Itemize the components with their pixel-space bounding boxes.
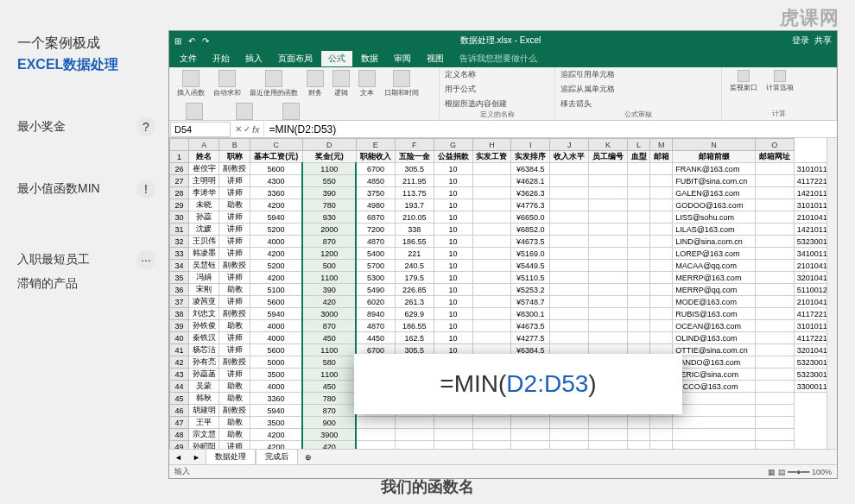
- cell[interactable]: [472, 175, 511, 187]
- cell[interactable]: 6700: [356, 163, 395, 175]
- cell[interactable]: [650, 175, 673, 187]
- row-header[interactable]: 30: [170, 211, 189, 224]
- cell[interactable]: [550, 187, 589, 199]
- cell[interactable]: 10: [434, 248, 472, 260]
- cell[interactable]: 5600: [250, 344, 302, 356]
- cell[interactable]: [628, 308, 650, 320]
- row-header[interactable]: 33: [170, 248, 189, 260]
- cell[interactable]: RUBIS@163.com: [673, 308, 756, 320]
- cell[interactable]: GALEN@163.com: [673, 187, 756, 199]
- row-header[interactable]: 28: [170, 187, 189, 199]
- cell[interactable]: 390: [302, 187, 356, 199]
- cell[interactable]: 4870: [356, 236, 395, 248]
- cell[interactable]: 助教: [219, 320, 250, 332]
- cell[interactable]: [755, 163, 794, 175]
- header-cell[interactable]: 公益捐款: [434, 151, 472, 163]
- cell[interactable]: 3360: [250, 187, 302, 199]
- row-header[interactable]: 43: [170, 369, 189, 381]
- cell[interactable]: ¥8300.1: [511, 308, 550, 320]
- cell[interactable]: 5400: [356, 248, 395, 260]
- cell[interactable]: [589, 224, 628, 236]
- row-header[interactable]: 34: [170, 260, 189, 272]
- vertical-scrollbar[interactable]: [826, 138, 837, 449]
- cell[interactable]: [472, 417, 511, 429]
- header-cell[interactable]: 邮箱: [650, 151, 673, 163]
- cell[interactable]: 900: [302, 417, 356, 429]
- cell[interactable]: [472, 248, 511, 260]
- cell[interactable]: 刘忠文: [189, 308, 219, 320]
- cell[interactable]: 6020: [356, 296, 395, 308]
- login-button[interactable]: 登录: [792, 35, 809, 47]
- cell[interactable]: 113.75: [395, 187, 434, 199]
- cell[interactable]: [650, 187, 673, 199]
- cell[interactable]: ¥3626.3: [511, 187, 550, 199]
- cell[interactable]: 孙铁俊: [189, 320, 219, 332]
- cell[interactable]: 讲师: [219, 175, 250, 187]
- cell[interactable]: [755, 381, 794, 393]
- column-header[interactable]: O: [755, 139, 794, 151]
- cell[interactable]: ¥5748.7: [511, 296, 550, 308]
- column-header[interactable]: L: [628, 139, 650, 151]
- column-header[interactable]: D: [302, 139, 356, 151]
- tab-file[interactable]: 文件: [173, 51, 204, 66]
- header-cell[interactable]: 基本工资(元): [250, 151, 302, 163]
- cell[interactable]: 6870: [356, 211, 395, 224]
- cell[interactable]: 4000: [250, 236, 302, 248]
- cell[interactable]: 副教授: [219, 308, 250, 320]
- cell[interactable]: [628, 417, 650, 429]
- cell[interactable]: [650, 248, 673, 260]
- cell[interactable]: 4980: [356, 199, 395, 211]
- tab-nav-prev[interactable]: ◄: [169, 453, 187, 462]
- cell[interactable]: [356, 441, 395, 450]
- cell[interactable]: MODE@163.com: [673, 296, 756, 308]
- cell[interactable]: [755, 405, 794, 417]
- cell[interactable]: 210.05: [395, 211, 434, 224]
- watch-window-button[interactable]: 监视窗口: [727, 69, 760, 93]
- cell[interactable]: ¥5253.2: [511, 284, 550, 296]
- cell[interactable]: [472, 308, 511, 320]
- cell[interactable]: 讲师: [219, 211, 250, 224]
- cell[interactable]: [356, 429, 395, 441]
- header-cell[interactable]: 血型: [628, 151, 650, 163]
- row-header[interactable]: 38: [170, 308, 189, 320]
- cell[interactable]: [673, 417, 756, 429]
- row-header[interactable]: 41: [170, 344, 189, 356]
- cell[interactable]: 胡建明: [189, 405, 219, 417]
- cell[interactable]: 5600: [250, 163, 302, 175]
- cell[interactable]: 副教授: [219, 260, 250, 272]
- cell[interactable]: 4000: [250, 381, 302, 393]
- cell[interactable]: 李涛华: [189, 187, 219, 199]
- row-header[interactable]: 49: [170, 441, 189, 450]
- tab-home[interactable]: 开始: [206, 51, 237, 66]
- cell[interactable]: [589, 308, 628, 320]
- cell[interactable]: 4200: [250, 248, 302, 260]
- cell[interactable]: 221: [395, 248, 434, 260]
- cell[interactable]: [650, 429, 673, 441]
- cell[interactable]: 杨芯洁: [189, 344, 219, 356]
- new-sheet-button[interactable]: ⊕: [298, 453, 319, 462]
- cell[interactable]: [550, 248, 589, 260]
- cell[interactable]: [589, 296, 628, 308]
- cell[interactable]: [550, 429, 589, 441]
- cell[interactable]: PERIC@sina.com: [673, 369, 756, 381]
- row-header[interactable]: 39: [170, 320, 189, 332]
- cell[interactable]: FUBIT@sina.com.cn: [673, 175, 756, 187]
- cell[interactable]: [589, 429, 628, 441]
- autosum-button[interactable]: 自动求和: [211, 69, 244, 98]
- cell[interactable]: 4870: [356, 320, 395, 332]
- cell[interactable]: 420: [302, 441, 356, 450]
- cell[interactable]: 10: [434, 199, 472, 211]
- cell[interactable]: 10: [434, 308, 472, 320]
- row-header[interactable]: 42: [170, 356, 189, 369]
- column-header[interactable]: [170, 139, 189, 151]
- row-header[interactable]: 45: [170, 393, 189, 405]
- header-cell[interactable]: 职能收入: [356, 151, 395, 163]
- cell[interactable]: 780: [302, 393, 356, 405]
- cell[interactable]: [650, 417, 673, 429]
- save-icon[interactable]: ⊞: [174, 36, 181, 46]
- fx-icon[interactable]: fx: [252, 124, 260, 135]
- cell[interactable]: 8940: [356, 308, 395, 320]
- cell[interactable]: ¥6650.0: [511, 211, 550, 224]
- cell[interactable]: MERRP@qq.com: [673, 284, 756, 296]
- cell[interactable]: [673, 441, 756, 450]
